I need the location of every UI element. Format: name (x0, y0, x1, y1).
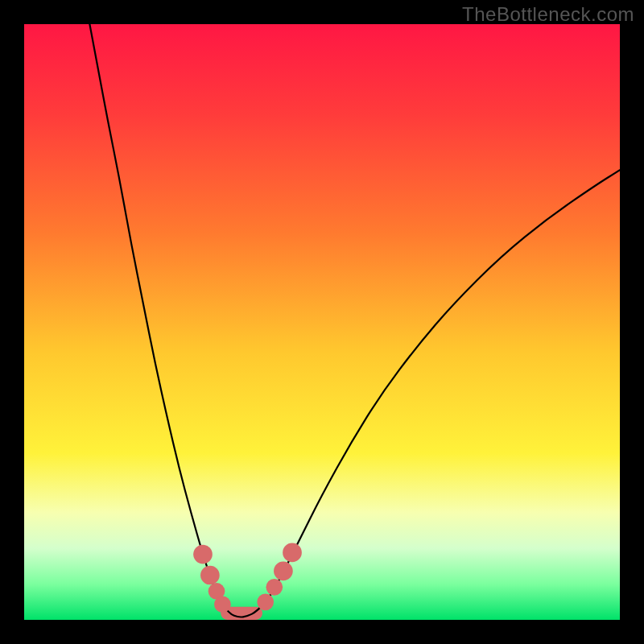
svg-point-5 (257, 593, 274, 610)
svg-point-2 (200, 566, 220, 585)
svg-point-1 (193, 545, 213, 564)
chart-frame: TheBottleneck.com (0, 0, 644, 644)
svg-point-6 (266, 579, 283, 596)
gradient-background (24, 24, 620, 620)
watermark-text: TheBottleneck.com (462, 3, 634, 26)
svg-point-8 (283, 543, 302, 563)
svg-point-7 (274, 561, 293, 580)
bottleneck-curve-chart (24, 24, 620, 620)
svg-point-4 (214, 596, 231, 613)
plot-area (24, 24, 620, 620)
